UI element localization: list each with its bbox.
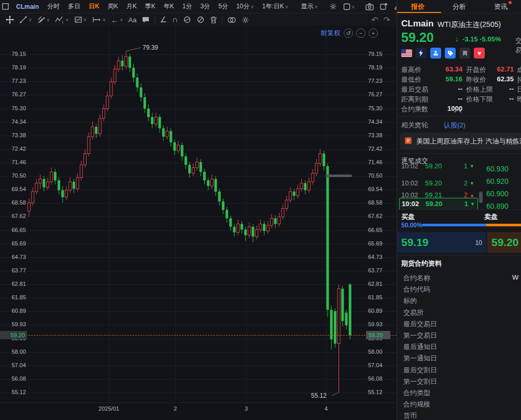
wave-tool[interactable]: 1 ∨ xyxy=(55,16,69,24)
period-tab-1年:日K[interactable]: 1年:日K∨ xyxy=(258,2,293,11)
current-price-line xyxy=(0,335,397,336)
period-tab-分时[interactable]: 分时 xyxy=(43,2,64,11)
reset-zoom-icon[interactable]: ↺ xyxy=(344,28,353,38)
candle xyxy=(181,145,184,156)
people-icon[interactable] xyxy=(430,48,441,59)
period-tab-季K[interactable]: 季K xyxy=(141,2,160,11)
tick-row[interactable]: 10:0259.202▼ xyxy=(399,178,477,189)
divider xyxy=(397,153,521,154)
period-tab-1分[interactable]: 1分 xyxy=(178,2,196,11)
period-tab-月K[interactable]: 月K xyxy=(122,2,141,11)
tick-row[interactable]: 10:0259.201▼ xyxy=(399,164,477,172)
move-tool[interactable] xyxy=(6,16,14,24)
tick-time: 10:02 xyxy=(401,164,418,172)
candle xyxy=(103,109,105,119)
stat-value: 62.35 xyxy=(466,75,514,83)
heart-icon[interactable]: ♥ xyxy=(474,48,485,59)
candle xyxy=(297,189,299,196)
trendline-tool[interactable]: ∨ xyxy=(19,16,32,24)
tag-icon[interactable] xyxy=(445,48,456,59)
candle xyxy=(110,82,112,96)
candle xyxy=(58,180,60,190)
candle xyxy=(54,172,57,180)
chart-type-icon[interactable]: ∨ xyxy=(343,3,355,10)
candle xyxy=(129,56,131,68)
eraser-tool[interactable] xyxy=(183,16,191,24)
stat-label-clipped: 昨 xyxy=(517,95,521,104)
futures-info-header: 期货合约资料 xyxy=(401,259,442,268)
candle xyxy=(69,182,72,190)
pattern-tool[interactable]: ∨ xyxy=(74,16,87,24)
candle xyxy=(159,117,161,128)
tick-time: 10:02 xyxy=(401,178,418,189)
display-menu[interactable]: 显示∨ xyxy=(297,2,322,11)
tick-trades-list[interactable]: 10:0259.201▼10:0259.202▼10:0259.212▲10:0… xyxy=(397,164,521,209)
bid-header: 买盘 xyxy=(401,212,415,222)
related-warrants-link[interactable]: 认股(2) xyxy=(444,121,466,130)
period-tab-3分[interactable]: 3分 xyxy=(196,2,214,11)
candle xyxy=(192,168,194,173)
quote-panel: 报价分析资讯 CLmain WTI原油主连(2505) 59.20 ↓ -3.1… xyxy=(397,0,521,420)
ask-box[interactable]: 59.20 xyxy=(487,232,521,253)
ask-ratio-bar xyxy=(486,224,521,226)
scrollbar-thumb[interactable] xyxy=(479,192,483,203)
candle xyxy=(170,131,172,142)
pitchfork-tool[interactable]: ∨ xyxy=(37,16,50,24)
candle xyxy=(50,172,53,182)
undo-icon[interactable]: ↶ xyxy=(371,15,378,25)
period-tab-日K[interactable]: 日K xyxy=(85,2,104,11)
tick-row[interactable]: 10:0259.201▼ xyxy=(399,198,478,209)
candle xyxy=(334,311,336,344)
panel-tab-分析[interactable]: 分析 xyxy=(453,2,466,11)
stat-value: 1000 xyxy=(401,105,462,112)
ray-tool[interactable]: ∨ xyxy=(92,16,106,23)
candle xyxy=(229,219,232,227)
futures-info-row: 货币 xyxy=(403,411,517,420)
news-card[interactable]: 美国上周原油库存上升 汽油与精炼油库 xyxy=(400,133,521,150)
bookmark-icon[interactable] xyxy=(459,48,470,59)
info-label: 合约名称 xyxy=(403,274,430,282)
compare-tool[interactable] xyxy=(227,17,236,23)
period-tab-年K[interactable]: 年K xyxy=(160,2,178,11)
candle xyxy=(274,219,277,224)
news-doc-icon xyxy=(404,137,412,146)
delete-drawings-tool[interactable] xyxy=(210,16,217,24)
candle xyxy=(35,183,38,192)
period-tab-5分[interactable]: 5分 xyxy=(214,2,232,11)
collapse-chevron-icon[interactable] xyxy=(455,109,460,116)
info-value: W xyxy=(512,273,518,281)
period-tab-10分[interactable]: 10分∨ xyxy=(232,2,258,11)
symbol-tab[interactable]: CLmain xyxy=(12,3,43,10)
comment-tool[interactable] xyxy=(142,16,150,24)
adjust-mode-link[interactable]: 前复权 xyxy=(320,28,341,38)
camera-icon[interactable] xyxy=(365,3,374,10)
draw-settings-tool[interactable] xyxy=(242,16,249,24)
hide-drawings-tool[interactable] xyxy=(196,16,205,24)
zoom-out-icon[interactable]: − xyxy=(356,28,365,38)
candlestick-chart[interactable]: 前复权 ↺ − + 79.1579.1578.1978.1977.2377.23… xyxy=(0,26,397,420)
period-tab-多日[interactable]: 多日 xyxy=(64,2,85,11)
period-tab-周K[interactable]: 周K xyxy=(104,2,122,11)
zoom-in-icon[interactable]: + xyxy=(369,28,378,38)
candle xyxy=(185,156,187,165)
angle-tool[interactable]: ∠ xyxy=(160,15,166,24)
arrow-tool[interactable]: ←∨ xyxy=(111,16,123,24)
window-icon[interactable] xyxy=(2,3,9,10)
magnet-tool[interactable]: ∩ xyxy=(172,15,178,24)
lightning-icon[interactable] xyxy=(416,48,427,59)
chart-settings-icon[interactable] xyxy=(329,3,337,10)
redo-icon[interactable]: ↷ xyxy=(384,15,390,25)
trade-button[interactable]: 交易 xyxy=(515,36,521,55)
candle xyxy=(304,183,306,191)
panel-tab-资讯[interactable]: 资讯 xyxy=(494,2,508,11)
stat-label-clipped: 持 xyxy=(517,75,521,84)
screenshot-markup-icon[interactable] xyxy=(380,3,388,10)
last-price: 59.20 xyxy=(401,30,434,45)
candle xyxy=(91,127,94,137)
bid-ratio: 50.00% xyxy=(401,222,423,229)
info-label: 合约规模 xyxy=(403,400,430,408)
bid-box[interactable]: 59.19 10 xyxy=(397,232,486,253)
candle xyxy=(140,88,143,97)
text-tool[interactable]: Aa xyxy=(129,16,137,24)
panel-tab-报价[interactable]: 报价 xyxy=(411,2,425,11)
